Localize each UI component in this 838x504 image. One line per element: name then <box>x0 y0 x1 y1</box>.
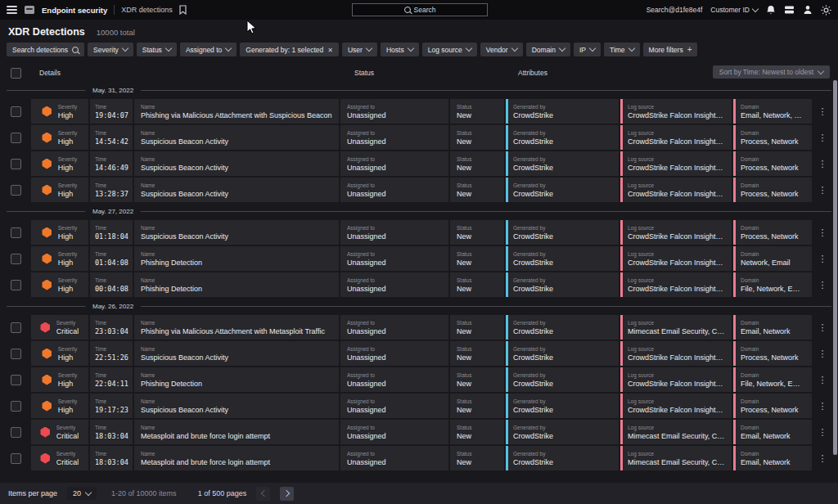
scrollbar[interactable] <box>833 80 837 455</box>
name-cell[interactable]: Name Phishing Detection <box>134 246 339 271</box>
filter-chip-icon[interactable] <box>327 46 333 54</box>
detection-row[interactable]: Severity Critical Time 23:03:04 Name Phi… <box>7 315 831 340</box>
row-actions-menu-icon[interactable]: ⋮ <box>813 178 831 202</box>
filter-chip-status[interactable]: Status <box>137 43 177 56</box>
name-cell[interactable]: Name Suspicious Beacon Activity <box>134 220 339 245</box>
detection-row[interactable]: Severity High Time 01:18:04 Name Suspici… <box>7 220 831 245</box>
filter-chip-vendor[interactable]: Vendor <box>480 43 523 56</box>
filter-chip-icon[interactable] <box>366 45 372 52</box>
filter-chip-assigned-to[interactable]: Assigned to <box>180 43 237 56</box>
row-checkbox[interactable] <box>11 227 21 238</box>
previous-page-button[interactable] <box>256 487 270 501</box>
customer-id-dropdown[interactable]: Customer ID <box>710 6 758 14</box>
app-title[interactable]: Endpoint security <box>42 6 107 15</box>
filter-chip-icon[interactable] <box>407 45 413 52</box>
name-cell[interactable]: Name Suspicious Beacon Activity <box>134 125 339 150</box>
filter-chip-icon[interactable] <box>687 46 692 54</box>
filter-chip-icon[interactable] <box>122 45 128 52</box>
tab-xdr-detections[interactable]: XDR detections <box>121 6 173 14</box>
row-actions-menu-icon[interactable]: ⋮ <box>813 99 831 124</box>
row-actions-menu-icon[interactable]: ⋮ <box>813 341 831 366</box>
row-checkbox[interactable] <box>11 427 21 438</box>
filter-chip-user[interactable]: User <box>342 43 377 56</box>
severity-icon <box>40 427 51 438</box>
filter-chip-domain[interactable]: Domain <box>526 43 570 56</box>
detection-row[interactable]: Severity High Time 22:04:11 Name Phishin… <box>7 367 831 392</box>
row-checkbox[interactable] <box>11 349 21 359</box>
filter-chip-icon[interactable] <box>225 45 232 52</box>
detection-row[interactable]: Severity High Time 00:04:08 Name Phishin… <box>7 272 831 297</box>
theme-brightness-icon[interactable] <box>821 5 831 16</box>
filter-chip-icon[interactable] <box>628 45 634 52</box>
global-search-input[interactable]: Search <box>352 3 488 16</box>
filter-chip-hosts[interactable]: Hosts <box>381 43 419 56</box>
row-actions-menu-icon[interactable]: ⋮ <box>813 125 831 150</box>
detection-row[interactable]: Severity High Time 01:04:08 Name Phishin… <box>7 246 831 271</box>
filter-chip-icon[interactable] <box>465 45 471 52</box>
detection-row[interactable]: Severity High Time 14:54:42 Name Suspici… <box>7 125 831 150</box>
chevron-down-icon <box>752 5 759 11</box>
row-actions-menu-icon[interactable]: ⋮ <box>813 394 831 418</box>
name-cell[interactable]: Name Metasploit and brute force login at… <box>134 420 339 444</box>
name-cell[interactable]: Name Suspicious Beacon Activity <box>134 178 339 202</box>
row-checkbox[interactable] <box>11 322 21 333</box>
filter-chip-icon[interactable] <box>559 45 565 52</box>
row-checkbox[interactable] <box>11 106 21 117</box>
filter-chip-search-detections[interactable]: Search detections <box>7 43 84 56</box>
row-checkbox[interactable] <box>11 159 21 169</box>
filter-chip-ip[interactable]: IP <box>574 43 601 56</box>
detection-row[interactable]: Severity Critical Time 18:03:04 Name Met… <box>7 420 831 444</box>
row-actions-menu-icon[interactable]: ⋮ <box>813 367 831 392</box>
row-checkbox[interactable] <box>11 254 21 264</box>
notifications-bell-icon[interactable] <box>766 5 776 16</box>
stacked-panels-icon[interactable] <box>784 5 795 15</box>
filter-chip-generated-by-1-selected[interactable]: Generated by: 1 selected <box>240 43 339 56</box>
detection-row[interactable]: Severity High Time 13:28:37 Name Suspici… <box>7 178 831 202</box>
domain-value: Process, Network <box>741 232 805 241</box>
filter-chip-icon[interactable] <box>511 45 517 52</box>
row-checkbox[interactable] <box>11 375 21 385</box>
row-actions-menu-icon[interactable]: ⋮ <box>813 151 831 176</box>
row-checkbox[interactable] <box>11 133 21 143</box>
filter-chip-icon[interactable] <box>165 45 172 52</box>
row-actions-menu-icon[interactable]: ⋮ <box>813 272 831 297</box>
name-cell[interactable]: Name Suspicious Beacon Activity <box>134 341 339 366</box>
row-actions-menu-icon[interactable]: ⋮ <box>813 420 831 444</box>
page-size-select[interactable]: 20 <box>67 487 97 500</box>
detection-row[interactable]: Severity High Time 22:51:26 Name Suspici… <box>7 341 831 366</box>
detection-row[interactable]: Severity Critical Time 18:03:04 Name Met… <box>7 446 831 470</box>
name-cell[interactable]: Name Phishing via Malicious Attachment w… <box>134 315 339 340</box>
detection-row[interactable]: Severity High Time 19:17:23 Name Suspici… <box>7 394 831 418</box>
menu-icon[interactable] <box>7 6 17 14</box>
name-label: Name <box>141 182 332 188</box>
filter-chip-icon[interactable] <box>589 45 596 52</box>
next-page-button[interactable] <box>280 487 294 501</box>
row-actions-menu-icon[interactable]: ⋮ <box>813 446 831 470</box>
row-checkbox[interactable] <box>11 280 21 290</box>
row-checkbox[interactable] <box>11 185 21 196</box>
filter-chip-severity[interactable]: Severity <box>88 43 133 56</box>
filter-chip-time[interactable]: Time <box>604 43 640 56</box>
status-value: New <box>457 380 498 388</box>
detection-row[interactable]: Severity High Time 19:04:07 Name Phishin… <box>7 99 831 124</box>
name-cell[interactable]: Name Phishing via Malicious Attachment w… <box>134 99 339 124</box>
row-checkbox[interactable] <box>11 401 21 412</box>
detection-row[interactable]: Severity High Time 14:46:49 Name Suspici… <box>7 151 831 176</box>
select-all-checkbox[interactable] <box>11 68 21 79</box>
name-value: Suspicious Beacon Activity <box>141 137 332 146</box>
row-actions-menu-icon[interactable]: ⋮ <box>813 246 831 271</box>
bookmark-icon[interactable] <box>179 5 187 15</box>
user-profile-icon[interactable] <box>803 5 813 15</box>
name-cell[interactable]: Name Phishing Detection <box>134 272 339 297</box>
name-cell[interactable]: Name Suspicious Beacon Activity <box>134 151 339 176</box>
filter-chip-icon[interactable] <box>72 47 79 53</box>
name-cell[interactable]: Name Metasploit and brute force login at… <box>134 446 339 470</box>
row-actions-menu-icon[interactable]: ⋮ <box>813 220 831 245</box>
filter-chip-log-source[interactable]: Log source <box>422 43 477 56</box>
name-cell[interactable]: Name Phishing Detection <box>134 367 339 392</box>
filter-chip-more-filters[interactable]: More filters <box>643 43 698 56</box>
name-cell[interactable]: Name Suspicious Beacon Activity <box>134 394 339 418</box>
row-actions-menu-icon[interactable]: ⋮ <box>813 315 831 340</box>
sort-by-select[interactable]: Sort by Time: Newest to oldest <box>713 65 830 79</box>
row-checkbox[interactable] <box>11 453 21 464</box>
